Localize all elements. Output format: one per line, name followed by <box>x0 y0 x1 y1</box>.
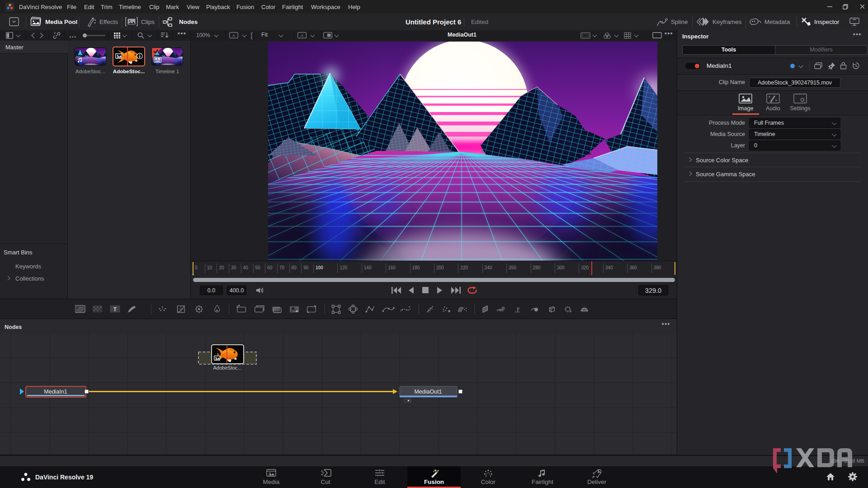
svg-text:T: T <box>516 306 520 313</box>
svg-text:MediaOut1: MediaOut1 <box>414 389 442 395</box>
svg-text:T: T <box>113 306 117 313</box>
svg-text:A: A <box>301 33 303 38</box>
svg-text:MediaIn1: MediaIn1 <box>44 389 67 395</box>
svg-text:AdobeStoc...: AdobeStoc... <box>213 365 242 371</box>
svg-text:A: A <box>232 33 235 38</box>
